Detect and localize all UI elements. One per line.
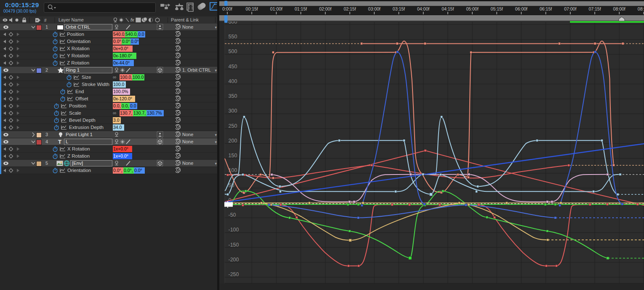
svg-text:04:00f: 04:00f (417, 6, 429, 11)
svg-text:03:00f: 03:00f (368, 6, 381, 11)
svg-text:-250: -250 (229, 271, 239, 277)
svg-text:-150: -150 (229, 242, 239, 248)
svg-text:06:00f: 06:00f (515, 6, 527, 11)
svg-text:00:15f: 00:15f (246, 6, 258, 11)
svg-text:fx: fx (130, 17, 134, 22)
svg-text:02:15f: 02:15f (343, 6, 356, 11)
svg-text:08:00f: 08:00f (613, 6, 625, 11)
svg-text:08:15f: 08:15f (638, 6, 644, 11)
svg-text:400: 400 (229, 78, 237, 84)
svg-text:01:15f: 01:15f (295, 6, 307, 11)
svg-text:03:15f: 03:15f (393, 6, 405, 11)
svg-text:06:15f: 06:15f (540, 6, 552, 11)
svg-text:05:00f: 05:00f (466, 6, 478, 11)
svg-text:300: 300 (229, 108, 237, 114)
svg-text:250: 250 (229, 123, 237, 129)
svg-text:04:15f: 04:15f (442, 6, 454, 11)
svg-text:07:00f: 07:00f (564, 6, 576, 11)
svg-text:01:00f: 01:00f (270, 6, 282, 11)
svg-text:350: 350 (229, 93, 237, 99)
svg-text:-100: -100 (229, 227, 239, 233)
svg-text:150: 150 (229, 153, 237, 158)
svg-text:450: 450 (229, 64, 237, 70)
svg-text:550: 550 (229, 34, 237, 40)
svg-text:07:15f: 07:15f (588, 6, 601, 11)
svg-text:0:00f: 0:00f (222, 6, 232, 11)
svg-text:#: # (44, 18, 47, 23)
svg-text:200: 200 (229, 138, 237, 144)
svg-text:05:15f: 05:15f (491, 6, 503, 11)
svg-text:02:00f: 02:00f (319, 6, 331, 11)
svg-text:-200: -200 (229, 257, 239, 263)
svg-text:500: 500 (229, 48, 237, 54)
svg-text:-50: -50 (229, 212, 236, 218)
